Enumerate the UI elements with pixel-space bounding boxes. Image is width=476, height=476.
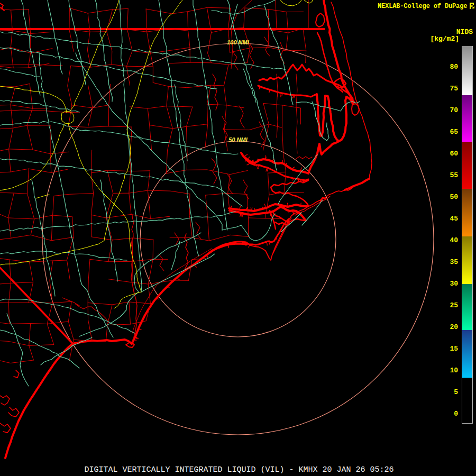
svg-text:15: 15 [450,345,458,353]
svg-text:30: 30 [450,280,458,288]
svg-text:NEXLAB-College of DuPage: NEXLAB-College of DuPage [378,3,467,10]
svg-text:50 NMI: 50 NMI [228,136,248,143]
svg-text:10: 10 [450,367,458,374]
svg-text:DIGITAL VERTICALLY INTEGRATED: DIGITAL VERTICALLY INTEGRATED LIQUID (VI… [84,465,393,474]
svg-text:5: 5 [454,388,458,396]
svg-text:45: 45 [450,215,458,223]
svg-text:70: 70 [450,106,458,114]
svg-text:75: 75 [450,85,458,93]
svg-text:55: 55 [450,171,458,179]
svg-text:60: 60 [450,150,458,158]
svg-text:0: 0 [454,410,458,418]
svg-text:20: 20 [450,323,458,331]
svg-text:40: 40 [450,236,458,244]
svg-text:25: 25 [450,301,458,309]
svg-text:65: 65 [450,128,458,136]
svg-text:80: 80 [450,63,458,71]
svg-text:50: 50 [450,193,458,201]
svg-text:[kg/m2]: [kg/m2] [430,35,459,43]
svg-text:35: 35 [450,258,458,266]
svg-text:100 NMI: 100 NMI [227,39,250,45]
